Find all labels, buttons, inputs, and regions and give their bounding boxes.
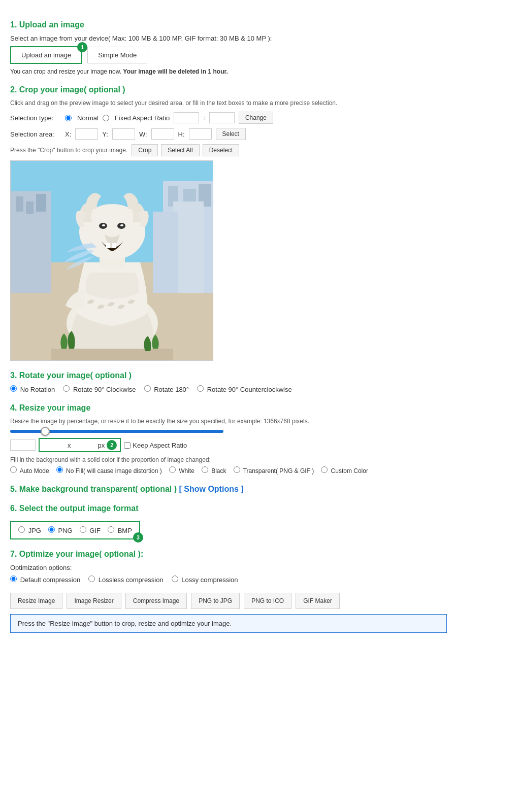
png-radio[interactable] — [48, 526, 55, 533]
rotate-180-radio[interactable] — [144, 385, 151, 392]
rotate-180-option[interactable]: Rotate 180° — [144, 385, 189, 393]
white-option[interactable]: White — [169, 466, 194, 475]
resize-height-input[interactable]: 32 — [73, 440, 96, 450]
crop-buttons: Crop Select All Deselect — [132, 144, 239, 156]
jpg-option[interactable]: JPG — [18, 526, 41, 534]
black-radio[interactable] — [202, 466, 208, 473]
png-option[interactable]: PNG — [48, 526, 73, 534]
no-fill-label: No Fill( will cause image distortion ) — [66, 467, 162, 475]
simple-mode-button[interactable]: Simple Mode — [87, 47, 147, 63]
rotate-options-row: No Rotation Rotate 90° Clockwise Rotate … — [10, 385, 447, 393]
default-compression-radio[interactable] — [10, 576, 17, 582]
section-format: 6. Select the output image format JPG PN… — [10, 504, 447, 539]
badge-2: 2 — [107, 440, 117, 450]
svg-rect-4 — [26, 201, 34, 214]
deselect-button[interactable]: Deselect — [203, 144, 240, 156]
section-upload: 1. Upload an image Select an image from … — [10, 20, 447, 75]
crop-button[interactable]: Crop — [132, 144, 158, 156]
white-radio[interactable] — [169, 466, 176, 473]
x-input[interactable]: 0 — [75, 128, 98, 140]
png-to-ico-button[interactable]: PNG to ICO — [244, 593, 291, 609]
transparent-radio[interactable] — [234, 466, 240, 473]
lossless-compression-option[interactable]: Lossless compression — [88, 576, 164, 584]
transparent-option[interactable]: Transparent( PNG & GIF ) — [234, 466, 314, 475]
keep-aspect-text: Keep Aspect Ratio — [133, 442, 187, 449]
fixed-aspect-radio[interactable] — [103, 115, 109, 121]
h-label: H: — [178, 130, 185, 138]
aspect-width-input[interactable]: 1366 — [174, 112, 199, 123]
change-button[interactable]: Change — [239, 112, 273, 124]
lossless-compression-radio[interactable] — [88, 576, 95, 582]
image-preview — [10, 160, 213, 361]
badge-3: 3 — [133, 532, 143, 543]
section1-description: Select an image from your device( Max: 1… — [10, 35, 447, 42]
crop-note: Press the "Crop" button to crop your ima… — [10, 147, 127, 154]
fill-options-row: Auto Mode No Fill( will cause image dist… — [10, 466, 447, 475]
status-box: Press the "Resize Image" button to crop,… — [10, 614, 447, 633]
no-fill-option[interactable]: No Fill( will cause image distortion ) — [56, 466, 162, 475]
section5-heading: 5. Make background transparent( optional… — [10, 485, 447, 494]
default-compression-option[interactable]: Default compression — [10, 576, 80, 584]
section-transparent: 5. Make background transparent( optional… — [10, 485, 447, 494]
rotate-cw-radio[interactable] — [63, 385, 70, 392]
upload-badge-wrapper: Upload an image 1 — [10, 46, 82, 64]
section-rotate: 3. Rotate your image( optional ) No Rota… — [10, 371, 447, 393]
fixed-aspect-label: Fixed Aspect Ratio — [115, 114, 170, 122]
delete-note: You can crop and resize your image now. … — [10, 68, 447, 75]
section4-heading: 4. Resize your image — [10, 403, 447, 413]
select-all-button[interactable]: Select All — [161, 144, 199, 156]
percent-input[interactable]: 7 — [10, 439, 36, 451]
gif-option[interactable]: GIF — [80, 526, 101, 534]
no-rotation-radio[interactable] — [10, 385, 17, 392]
fill-label: Fill in the background with a solid colo… — [10, 456, 447, 463]
rotate-ccw-option[interactable]: Rotate 90° Counterclockwise — [197, 385, 292, 393]
format-badge-wrapper: JPG PNG GIF BMP 3 — [10, 518, 140, 539]
y-input[interactable]: 0 — [112, 128, 135, 140]
resize-slider-thumb[interactable] — [41, 427, 50, 436]
rotate-cw-option[interactable]: Rotate 90° Clockwise — [63, 385, 136, 393]
compress-image-button[interactable]: Compress Image — [125, 593, 187, 609]
svg-point-18 — [120, 224, 123, 226]
show-options-link[interactable]: [ Show Options ] — [179, 485, 244, 493]
keep-aspect-checkbox[interactable] — [124, 442, 131, 449]
no-rotation-option[interactable]: No Rotation — [10, 385, 55, 393]
section4-description: Resize the image by percentage, or resiz… — [10, 418, 447, 425]
jpg-label: JPG — [28, 527, 41, 534]
lossy-compression-option[interactable]: Lossy compression — [172, 576, 238, 584]
bmp-option[interactable]: BMP — [108, 526, 132, 534]
custom-color-label: Custom Color — [331, 467, 368, 475]
rotate-ccw-radio[interactable] — [197, 385, 204, 392]
resize-width-input[interactable]: 32 — [43, 440, 66, 450]
no-fill-radio[interactable] — [56, 466, 63, 473]
gif-radio[interactable] — [80, 526, 86, 533]
h-input[interactable]: 0 — [189, 128, 212, 140]
image-resizer-button[interactable]: Image Resizer — [67, 593, 121, 609]
upload-image-button[interactable]: Upload an image — [10, 46, 82, 64]
resize-slider-track[interactable] — [10, 430, 223, 433]
default-compression-label: Default compression — [20, 576, 81, 584]
section1-heading: 1. Upload an image — [10, 20, 447, 29]
resize-image-button[interactable]: Resize Image — [10, 593, 62, 609]
black-option[interactable]: Black — [202, 466, 226, 475]
png-to-jpg-button[interactable]: PNG to JPG — [191, 593, 240, 609]
svg-rect-3 — [16, 196, 23, 212]
aspect-height-input[interactable]: 768 — [209, 112, 235, 123]
lossy-compression-radio[interactable] — [172, 576, 178, 582]
auto-mode-radio[interactable] — [10, 466, 17, 473]
jpg-radio[interactable] — [18, 526, 25, 533]
w-input[interactable]: 0 — [151, 128, 174, 140]
png-label: PNG — [58, 527, 73, 534]
custom-color-option[interactable]: Custom Color — [321, 466, 368, 475]
merlion-svg — [11, 161, 213, 361]
select-button[interactable]: Select — [216, 128, 246, 140]
gif-maker-button[interactable]: GIF Maker — [296, 593, 340, 609]
bmp-label: BMP — [118, 527, 132, 534]
keep-aspect-label[interactable]: Keep Aspect Ratio — [124, 442, 187, 449]
bmp-radio[interactable] — [108, 526, 114, 533]
normal-radio[interactable] — [65, 115, 72, 121]
normal-label: Normal — [77, 114, 99, 122]
section6-heading: 6. Select the output image format — [10, 504, 447, 513]
rotate-180-label: Rotate 180° — [154, 386, 189, 393]
auto-mode-option[interactable]: Auto Mode — [10, 466, 49, 475]
custom-color-radio[interactable] — [321, 466, 328, 473]
